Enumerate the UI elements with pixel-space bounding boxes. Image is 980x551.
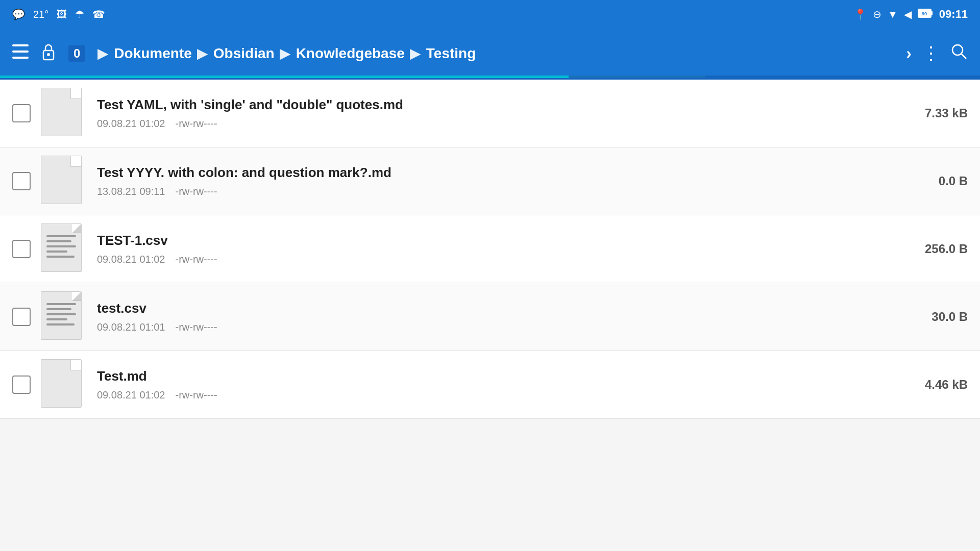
more-options-icon[interactable]: ⋮ (922, 43, 940, 64)
file-info-3: test.csv09.08.21 01:01-rw-rw---- (97, 300, 896, 333)
signal-icon: ◀ (904, 8, 912, 20)
status-left: 💬 21° 🖼 ☂ ☎ (12, 8, 105, 20)
breadcrumb-sep-0: ▶ (97, 45, 109, 62)
umbrella-icon: ☂ (75, 8, 84, 20)
file-date-3: 09.08.21 01:01 (97, 321, 165, 333)
file-item-0[interactable]: Test YAML, with 'single' and "double" qu… (0, 80, 980, 147)
file-icon-2 (41, 223, 87, 274)
file-meta-1: 13.08.21 09:11-rw-rw---- (97, 186, 896, 197)
battery-icon: 99 (918, 8, 933, 21)
file-item-3[interactable]: test.csv09.08.21 01:01-rw-rw----30.0 B (0, 283, 980, 351)
file-info-4: Test.md09.08.21 01:02-rw-rw---- (97, 368, 896, 401)
file-date-4: 09.08.21 01:02 (97, 389, 165, 401)
file-size-1: 0.0 B (906, 174, 968, 188)
file-meta-0: 09.08.21 01:02-rw-rw---- (97, 118, 896, 130)
file-icon-0 (41, 88, 87, 139)
file-meta-4: 09.08.21 01:02-rw-rw---- (97, 389, 896, 401)
file-icon-1 (41, 156, 87, 207)
file-info-2: TEST-1.csv09.08.21 01:02-rw-rw---- (97, 233, 896, 265)
progress-fill-blue (569, 76, 706, 78)
file-meta-3: 09.08.21 01:01-rw-rw---- (97, 321, 896, 333)
file-date-2: 09.08.21 01:02 (97, 254, 165, 265)
toolbar: 0 ▶ Dokumente ▶ Obsidian ▶ Knowledgebase… (0, 29, 980, 80)
file-info-0: Test YAML, with 'single' and "double" qu… (97, 97, 896, 130)
file-permissions-4: -rw-rw---- (175, 389, 217, 401)
svg-rect-1 (931, 11, 933, 15)
file-checkbox-1[interactable] (12, 172, 31, 190)
toolbar-actions: › ⋮ (906, 43, 968, 64)
file-size-0: 7.33 kB (906, 106, 968, 120)
breadcrumb-dokumente[interactable]: Dokumente (114, 45, 191, 62)
file-permissions-1: -rw-rw---- (175, 186, 217, 197)
status-right: 📍 ⊖ ▼ ◀ 99 09:11 (854, 8, 968, 21)
search-icon[interactable] (950, 43, 968, 64)
minus-icon: ⊖ (873, 8, 881, 20)
whatsapp-icon: 💬 (12, 8, 25, 20)
svg-text:99: 99 (922, 11, 927, 16)
file-permissions-2: -rw-rw---- (175, 254, 217, 265)
progress-bar (0, 76, 980, 78)
file-icon-4 (41, 359, 87, 410)
temperature-display: 21° (33, 9, 48, 20)
file-list: Test YAML, with 'single' and "double" qu… (0, 80, 980, 551)
file-checkbox-3[interactable] (12, 308, 31, 326)
status-bar: 💬 21° 🖼 ☂ ☎ 📍 ⊖ ▼ ◀ 99 09:11 (0, 0, 980, 29)
wifi-icon: ▼ (888, 9, 898, 20)
file-name-3: test.csv (97, 300, 896, 316)
file-permissions-0: -rw-rw---- (175, 118, 217, 130)
phone-icon: ☎ (92, 8, 105, 20)
file-info-1: Test YYYY. with colon: and question mark… (97, 165, 896, 197)
progress-fill-cyan (0, 76, 569, 78)
file-name-0: Test YAML, with 'single' and "double" qu… (97, 97, 896, 113)
file-checkbox-2[interactable] (12, 240, 31, 258)
file-date-0: 09.08.21 01:02 (97, 118, 165, 130)
breadcrumb-sep-3: ▶ (410, 45, 421, 62)
location-icon: 📍 (854, 8, 867, 20)
expand-icon[interactable]: › (906, 44, 912, 63)
breadcrumb: ▶ Dokumente ▶ Obsidian ▶ Knowledgebase ▶… (97, 45, 894, 62)
file-item-1[interactable]: Test YYYY. with colon: and question mark… (0, 147, 980, 215)
file-icon-3 (41, 291, 87, 342)
file-size-2: 256.0 B (906, 242, 968, 256)
svg-line-10 (961, 54, 966, 59)
breadcrumb-testing[interactable]: Testing (426, 45, 476, 62)
file-size-4: 4.46 kB (906, 378, 968, 392)
breadcrumb-sep-2: ▶ (280, 45, 291, 62)
gallery-icon: 🖼 (57, 9, 67, 20)
file-meta-2: 09.08.21 01:02-rw-rw---- (97, 254, 896, 265)
lock-icon (41, 42, 56, 64)
svg-point-8 (47, 53, 50, 56)
file-checkbox-4[interactable] (12, 375, 31, 394)
svg-rect-5 (12, 51, 29, 53)
clock: 09:11 (939, 8, 968, 21)
file-name-1: Test YYYY. with colon: and question mark… (97, 165, 896, 181)
breadcrumb-sep-1: ▶ (197, 45, 208, 62)
file-checkbox-0[interactable] (12, 104, 31, 122)
menu-icon[interactable] (12, 44, 29, 62)
lock-badge: 0 (68, 45, 85, 62)
breadcrumb-knowledgebase[interactable]: Knowledgebase (296, 45, 405, 62)
svg-rect-6 (12, 57, 29, 59)
svg-rect-4 (12, 44, 29, 46)
file-permissions-3: -rw-rw---- (175, 321, 217, 333)
file-item-4[interactable]: Test.md09.08.21 01:02-rw-rw----4.46 kB (0, 351, 980, 419)
file-date-1: 13.08.21 09:11 (97, 186, 165, 197)
file-name-2: TEST-1.csv (97, 233, 896, 248)
file-name-4: Test.md (97, 368, 896, 384)
file-size-3: 30.0 B (906, 310, 968, 324)
file-item-2[interactable]: TEST-1.csv09.08.21 01:02-rw-rw----256.0 … (0, 215, 980, 283)
breadcrumb-obsidian[interactable]: Obsidian (213, 45, 275, 62)
